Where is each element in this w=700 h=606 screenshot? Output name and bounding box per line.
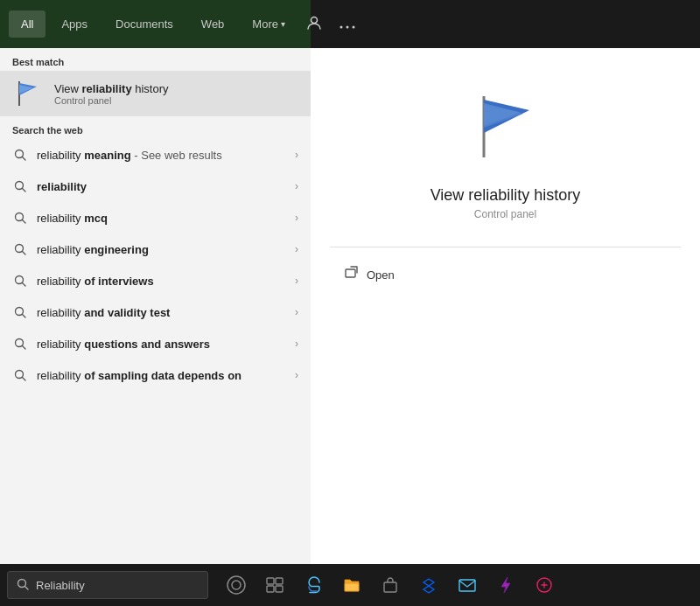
edge-icon-btn[interactable] (296, 568, 331, 603)
search-icon-3 (12, 241, 28, 257)
svg-line-10 (23, 189, 26, 192)
ellipsis-icon-btn[interactable] (334, 11, 360, 38)
right-panel-title: View reliability history (430, 186, 581, 205)
result-text-6: reliability questions and answers (37, 338, 286, 351)
chevron-0: › (295, 149, 298, 161)
svg-line-20 (23, 346, 26, 350)
chevron-1: › (295, 180, 298, 192)
lightning-icon (496, 575, 515, 595)
edge-icon (304, 575, 323, 595)
file-explorer-btn[interactable] (334, 568, 369, 603)
search-icon-4 (12, 273, 28, 289)
svg-point-0 (311, 17, 317, 23)
svg-line-14 (23, 252, 26, 255)
result-text-3: reliability engineering (37, 243, 286, 256)
chevron-5: › (295, 306, 298, 318)
taskbar-search-icon (17, 578, 29, 593)
search-icon-6 (12, 336, 28, 352)
right-panel: View reliability history Control panel O… (311, 48, 700, 564)
control-panel-flag-icon (12, 78, 44, 109)
mail-icon-btn[interactable] (450, 568, 485, 603)
svg-line-16 (23, 283, 26, 287)
cortana-icon-btn[interactable] (219, 568, 254, 603)
dropbox-icon-btn[interactable] (411, 568, 446, 603)
result-text-4: reliability of interviews (37, 275, 286, 288)
tab-more[interactable]: More ▾ (240, 10, 298, 38)
svg-point-3 (352, 25, 354, 28)
result-item-7[interactable]: reliability of sampling data depends on … (0, 359, 311, 391)
svg-marker-40 (501, 577, 510, 593)
right-panel-app-icon (462, 83, 550, 171)
tab-bar: All Apps Documents Web More ▾ (0, 0, 311, 48)
file-explorer-icon (342, 575, 361, 595)
search-icon-2 (12, 210, 28, 226)
open-window-icon (344, 265, 360, 281)
task-view-btn[interactable] (257, 568, 292, 603)
svg-rect-32 (267, 578, 274, 584)
svg-rect-36 (345, 583, 359, 591)
task-view-icon (265, 575, 284, 595)
svg-line-12 (23, 220, 26, 224)
open-icon (344, 265, 360, 284)
tab-web[interactable]: Web (189, 10, 237, 38)
result-item-1[interactable]: reliability › (0, 171, 311, 202)
search-panel: All Apps Documents Web More ▾ (0, 0, 311, 564)
tab-documents[interactable]: Documents (103, 10, 186, 38)
result-text-7: reliability of sampling data depends on (37, 369, 286, 382)
cortana-icon (226, 575, 247, 596)
taskbar-search[interactable]: Reliability (7, 571, 208, 599)
last-icon-btn[interactable] (527, 568, 562, 603)
lightning-icon-btn[interactable] (488, 568, 523, 603)
svg-rect-34 (267, 586, 274, 592)
tab-all[interactable]: All (9, 10, 46, 38)
ellipsis-icon (340, 25, 355, 29)
chevron-4: › (295, 275, 298, 287)
svg-line-8 (23, 157, 26, 161)
result-text-2: reliability mcq (37, 212, 286, 225)
result-text-5: reliability and validity test (37, 306, 286, 319)
right-panel-flag-icon (466, 87, 545, 166)
svg-line-22 (23, 378, 26, 381)
start-menu: All Apps Documents Web More ▾ (0, 0, 700, 564)
taskbar-icons (219, 568, 562, 603)
web-section-header: Search the web (0, 116, 311, 139)
best-match-title: View reliability history (54, 82, 169, 95)
more-arrow-icon: ▾ (281, 19, 285, 29)
result-item-4[interactable]: reliability of interviews › (0, 265, 311, 296)
best-match-app-icon (12, 78, 44, 109)
open-action[interactable]: Open (337, 261, 402, 288)
svg-rect-37 (384, 582, 396, 592)
search-icon-0 (12, 147, 28, 163)
result-item-3[interactable]: reliability engineering › (0, 233, 311, 265)
game-icon (535, 575, 554, 595)
right-panel-divider (330, 247, 681, 247)
result-item-0[interactable]: reliability meaning - See web results › (0, 139, 311, 171)
chevron-3: › (295, 243, 298, 255)
tab-right-icons (301, 10, 360, 39)
chevron-2: › (295, 212, 298, 224)
person-icon-btn[interactable] (301, 10, 327, 39)
store-icon-btn[interactable] (373, 568, 408, 603)
best-match-text: View reliability history Control panel (54, 82, 169, 106)
result-item-5[interactable]: reliability and validity test › (0, 296, 311, 328)
best-match-item[interactable]: View reliability history Control panel (0, 71, 311, 116)
tab-apps[interactable]: Apps (49, 10, 100, 38)
chevron-6: › (295, 338, 298, 350)
best-match-subtitle: Control panel (54, 95, 169, 106)
result-item-6[interactable]: reliability questions and answers › (0, 328, 311, 359)
svg-point-31 (232, 581, 241, 589)
svg-point-2 (346, 25, 348, 28)
dropbox-icon (419, 575, 438, 595)
person-icon (306, 15, 322, 31)
right-panel-subtitle: Control panel (474, 208, 536, 220)
svg-line-18 (23, 315, 26, 318)
store-icon (381, 575, 400, 595)
svg-rect-27 (346, 269, 355, 277)
svg-point-30 (228, 576, 245, 594)
result-text-1: reliability (37, 180, 286, 193)
best-match-header: Best match (0, 48, 311, 71)
taskbar-search-text: Reliability (36, 579, 85, 592)
search-icon-7 (12, 367, 28, 383)
svg-rect-39 (459, 580, 475, 591)
result-item-2[interactable]: reliability mcq › (0, 202, 311, 233)
